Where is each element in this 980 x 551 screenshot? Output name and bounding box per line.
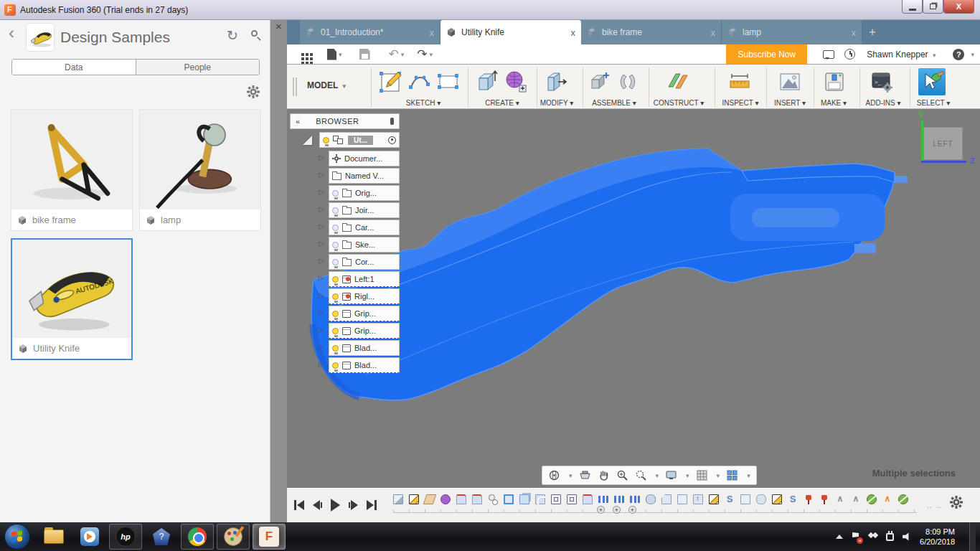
feature-as-built-joint[interactable] (898, 494, 908, 504)
subscribe-now-button[interactable]: Subscribe Now (726, 44, 807, 64)
expand-arrow-icon[interactable]: ▷ (319, 257, 324, 265)
taskbar-media-player[interactable] (73, 524, 106, 550)
workspace-selector[interactable]: MODEL ▾ (307, 80, 346, 90)
look-at-icon[interactable] (579, 469, 591, 481)
construct-menu[interactable]: CONSTRUCT ▾ (646, 99, 712, 107)
feature-pin[interactable] (804, 494, 814, 504)
browser-item-grip-1[interactable]: Grip... (329, 306, 400, 321)
feature-box[interactable] (677, 494, 687, 504)
panel-settings-gear-icon[interactable] (247, 85, 260, 98)
joint-icon[interactable] (614, 68, 641, 95)
doc-tab-introduction[interactable]: 01_Introduction* x (300, 20, 440, 44)
assemble-menu[interactable]: ASSEMBLE ▾ (584, 99, 644, 107)
action-center-icon[interactable] (852, 532, 860, 541)
visibility-bulb-icon[interactable] (332, 225, 339, 231)
create-menu[interactable]: CREATE ▾ (472, 99, 532, 107)
start-button[interactable] (4, 524, 30, 550)
expand-arrow-icon[interactable]: ▷ (319, 309, 324, 316)
close-tab-icon[interactable]: x (852, 27, 857, 38)
visibility-bulb-icon[interactable] (332, 362, 339, 369)
apps-grid-icon[interactable] (300, 52, 314, 57)
feature-form[interactable] (440, 494, 451, 504)
visibility-bulb-icon[interactable] (332, 328, 339, 334)
taskbar-chrome[interactable] (181, 524, 214, 550)
expand-arrow-icon[interactable]: ▷ (319, 326, 324, 334)
expand-arrow-icon[interactable]: ▷ (319, 154, 324, 161)
show-desktop-button[interactable] (969, 522, 976, 551)
expand-group-button[interactable]: + (613, 506, 621, 514)
browser-item-left-component[interactable]: Left:1 (329, 271, 400, 287)
insert-menu[interactable]: INSERT ▾ (766, 99, 814, 107)
browser-item-document-settings[interactable]: Documer... (329, 151, 400, 166)
go-to-start-button[interactable] (294, 500, 304, 510)
modify-menu[interactable]: MODIFY ▾ (531, 99, 583, 107)
step-forward-button[interactable] (349, 500, 358, 510)
undo-icon[interactable]: ↶▾ (389, 50, 405, 60)
feature-construction-plane[interactable] (423, 494, 437, 504)
add-ins-menu[interactable]: ADD-INS ▾ (858, 99, 908, 107)
tab-data[interactable]: Data (12, 60, 136, 75)
step-back-button[interactable] (313, 500, 322, 510)
panel-close-icon[interactable]: × (275, 20, 282, 32)
expand-arrow-icon[interactable]: ▷ (319, 171, 324, 179)
feature-joint[interactable]: ∧ (835, 494, 845, 504)
sketch-menu[interactable]: SKETCH ▾ (380, 99, 466, 107)
expand-group-button[interactable]: + (597, 506, 605, 514)
visibility-bulb-icon[interactable] (332, 345, 339, 352)
activate-component-icon[interactable] (388, 136, 396, 144)
expand-arrow-icon[interactable]: ▷ (319, 274, 324, 282)
feature-fillet[interactable] (472, 494, 482, 504)
file-menu-icon[interactable]: ▾ (327, 49, 342, 60)
search-icon[interactable] (251, 30, 263, 42)
expand-arrow-icon[interactable]: ▷ (319, 222, 324, 230)
browser-grip-icon[interactable] (390, 118, 394, 125)
visibility-bulb-icon[interactable] (332, 276, 339, 283)
back-chevron-icon[interactable]: ‹ (9, 26, 14, 40)
expand-arrow-icon[interactable]: ▷ (319, 360, 324, 368)
browser-item-construction[interactable]: Cor... (329, 254, 400, 270)
taskbar-paint[interactable] (217, 524, 250, 550)
window-zoom-icon[interactable] (635, 469, 647, 481)
feature-box-select[interactable] (504, 494, 514, 504)
hidden-icons-arrow[interactable] (836, 534, 843, 539)
refresh-icon[interactable]: ↻ (227, 27, 238, 44)
power-icon[interactable] (886, 533, 894, 541)
model-silhouette[interactable] (311, 149, 907, 400)
redo-icon[interactable]: ↷▾ (417, 50, 433, 60)
feature-group[interactable] (630, 496, 640, 503)
feature-sketch[interactable] (709, 494, 719, 504)
feature-loft[interactable] (756, 494, 766, 504)
activity-clock-icon[interactable] (844, 49, 855, 60)
expand-arrow-icon[interactable]: ▷ (319, 291, 324, 299)
feature-shell[interactable] (551, 494, 561, 504)
visibility-bulb-icon[interactable] (332, 259, 339, 265)
insert-image-icon[interactable] (776, 68, 804, 95)
browser-item-sketches[interactable]: Ske... (329, 237, 400, 253)
expand-arrow-icon[interactable]: ▷ (319, 188, 324, 196)
feature-joint-limit[interactable]: ∧ (882, 494, 892, 504)
taskbar-hp-advisor[interactable]: ? (145, 524, 178, 550)
make-3d-print-icon[interactable] (821, 68, 848, 95)
close-tab-icon[interactable]: x (711, 27, 716, 38)
user-menu[interactable]: Shawn Knepper ▾ (867, 50, 936, 60)
inspect-menu[interactable]: INSPECT ▾ (715, 99, 766, 107)
play-button[interactable] (331, 499, 340, 512)
browser-root-row[interactable]: Ut... (319, 132, 400, 148)
doc-tab-lamp[interactable]: lamp x (722, 20, 862, 44)
feature-extrude[interactable] (693, 494, 703, 504)
measure-icon[interactable] (726, 68, 753, 95)
new-tab-button[interactable]: + (862, 20, 882, 44)
browser-item-right-component[interactable]: Rigl... (329, 288, 400, 304)
feature-revolve[interactable] (646, 494, 656, 504)
expand-arrow-icon[interactable]: ▷ (319, 240, 324, 248)
close-button[interactable]: X (943, 0, 974, 14)
create-sketch-icon[interactable] (377, 68, 405, 95)
volume-icon[interactable] (903, 532, 911, 541)
feature-chamfer[interactable] (661, 494, 672, 504)
go-to-end-button[interactable] (367, 500, 377, 510)
browser-item-origin[interactable]: Orig... (329, 185, 400, 201)
new-component-icon[interactable] (587, 68, 614, 95)
timeline-track[interactable] (393, 509, 917, 513)
minimize-button[interactable] (902, 0, 923, 14)
feature-sketch[interactable] (409, 494, 419, 504)
